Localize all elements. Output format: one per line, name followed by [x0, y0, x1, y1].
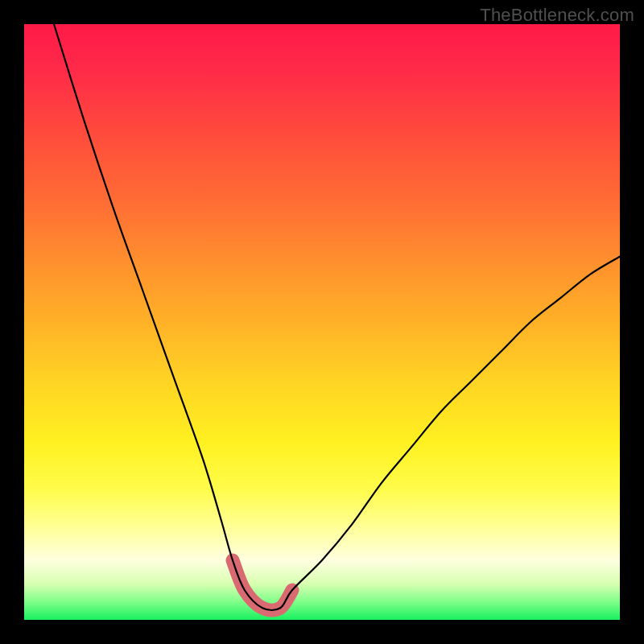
chart-frame: TheBottleneck.com — [0, 0, 644, 644]
watermark-text: TheBottleneck.com — [480, 5, 634, 26]
plot-area — [24, 24, 620, 620]
bottleneck-curve-path — [54, 24, 620, 610]
curve-layer — [24, 24, 620, 620]
